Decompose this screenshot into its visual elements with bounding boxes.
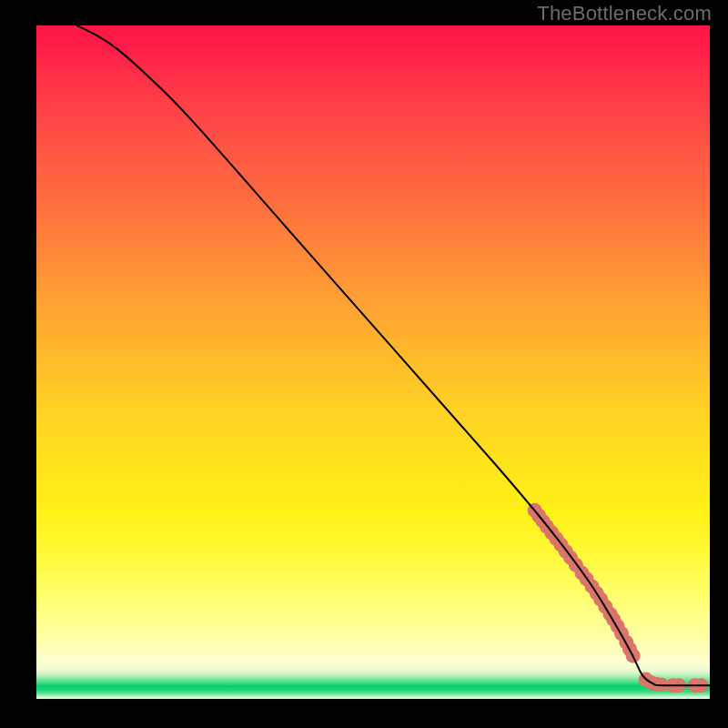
chart-svg: [36, 25, 710, 699]
chart-frame: TheBottleneck.com: [0, 0, 728, 728]
marker-layer: [528, 503, 709, 693]
watermark-text: TheBottleneck.com: [537, 2, 712, 25]
bottleneck-curve: [76, 25, 710, 685]
plot-area: [36, 25, 710, 699]
